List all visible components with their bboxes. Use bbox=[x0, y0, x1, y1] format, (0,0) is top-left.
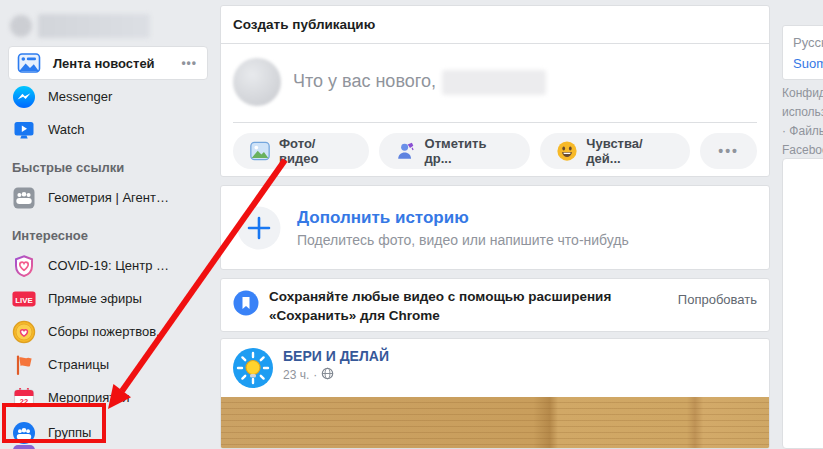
news-feed-icon bbox=[17, 51, 41, 75]
add-story-card[interactable]: Дополнить историю Поделитесь фото, видео… bbox=[220, 185, 770, 270]
photo-video-icon bbox=[249, 140, 271, 162]
language-current: Русский bbox=[793, 35, 823, 50]
photo-video-button[interactable]: Фото/видео bbox=[233, 133, 369, 169]
button-label: Чувства/дей... bbox=[586, 136, 674, 166]
feeling-activity-button[interactable]: Чувства/дей... bbox=[540, 133, 690, 169]
composer-input[interactable]: Что у вас нового, bbox=[293, 70, 546, 95]
watch-icon bbox=[12, 118, 36, 142]
sidebar-item-live-videos[interactable]: LIVE Прямые эфиры bbox=[0, 282, 214, 315]
create-post-title: Создать публикацию bbox=[221, 6, 769, 44]
add-story-subtitle: Поделитесь фото, видео или напишите что-… bbox=[297, 232, 629, 248]
button-label: Фото/видео bbox=[279, 136, 353, 166]
sidebar-item-pages[interactable]: Страницы bbox=[0, 348, 214, 381]
sidebar-item-messenger[interactable]: Messenger bbox=[0, 80, 214, 113]
composer-placeholder: Что у вас нового, bbox=[293, 71, 436, 91]
sidebar-item-label: Прямые эфиры bbox=[48, 291, 142, 306]
svg-text:LIVE: LIVE bbox=[15, 295, 32, 304]
footer-link[interactable]: Конфиденциальность bbox=[782, 84, 823, 103]
footer-link[interactable]: · Файлы cookie bbox=[782, 122, 823, 141]
pages-flag-icon bbox=[12, 353, 36, 377]
footer-link[interactable]: использования bbox=[782, 103, 823, 122]
profile-shortcut[interactable] bbox=[0, 6, 214, 46]
news-feed-options-icon[interactable]: ••• bbox=[181, 56, 197, 70]
tag-friends-icon bbox=[395, 140, 417, 162]
sidebar-item-fundraisers[interactable]: Сборы пожертвов.. bbox=[0, 315, 214, 348]
sidebar-item-news-feed[interactable]: Лента новостей ••• bbox=[8, 46, 208, 80]
group-shortcut-icon bbox=[12, 186, 36, 210]
sidebar-item-label: Messenger bbox=[48, 89, 112, 104]
sidebar-item-label: Watch bbox=[48, 122, 84, 137]
sidebar-item-label: Лента новостей bbox=[53, 56, 155, 71]
ellipsis-icon: ••• bbox=[718, 143, 739, 159]
explore-header: Интересное bbox=[0, 214, 214, 249]
sidebar-item-watch[interactable]: Watch bbox=[0, 113, 214, 146]
add-story-link[interactable]: Дополнить историю bbox=[297, 208, 629, 228]
profile-avatar-blurred bbox=[10, 15, 32, 37]
svg-text:22: 22 bbox=[20, 397, 28, 406]
sidebar-item-label: Мероприятия bbox=[48, 390, 130, 405]
feed-post-card: БЕРИ И ДЕЛАЙ 23 ч. · bbox=[220, 338, 770, 449]
more-options-button[interactable]: ••• bbox=[700, 133, 757, 169]
groups-icon bbox=[12, 421, 36, 445]
fundraiser-coin-icon bbox=[12, 320, 36, 344]
composer-avatar bbox=[233, 58, 281, 106]
post-timestamp[interactable]: 23 ч. bbox=[283, 368, 309, 382]
events-calendar-icon: 22 bbox=[12, 386, 36, 410]
create-post-card: Создать публикацию Что у вас нового, Фот… bbox=[220, 5, 770, 177]
page-avatar-bulb-icon[interactable] bbox=[233, 348, 273, 388]
extension-banner-card: Сохраняйте любые видео с помощью расшире… bbox=[220, 278, 770, 332]
button-label: Отметить др... bbox=[425, 136, 515, 166]
footer-links: Конфиденциальность использования · Файлы… bbox=[782, 84, 823, 160]
bookmark-icon bbox=[233, 290, 259, 316]
banner-text: Сохраняйте любые видео с помощью расшире… bbox=[269, 288, 669, 322]
globe-privacy-icon bbox=[321, 367, 334, 383]
sidebar-item-label: Страницы bbox=[48, 357, 109, 372]
tag-friends-button[interactable]: Отметить др... bbox=[379, 133, 531, 169]
post-image-wood[interactable] bbox=[221, 397, 769, 449]
sidebar-item-label: Группы bbox=[48, 425, 91, 440]
messenger-icon bbox=[12, 85, 36, 109]
language-selector-card: Русский Suomi bbox=[782, 25, 823, 80]
sidebar-item-covid[interactable]: COVID-19: Центр … bbox=[0, 249, 214, 282]
sidebar-item-label: COVID-19: Центр … bbox=[48, 258, 169, 273]
sidebar-item-events[interactable]: 22 Мероприятия bbox=[0, 381, 214, 414]
plus-icon bbox=[237, 206, 281, 250]
sidebar-item-label: Геометрия | Агент… bbox=[48, 190, 169, 205]
sidebar-item-groups[interactable]: Группы bbox=[0, 416, 214, 449]
post-page-name[interactable]: БЕРИ И ДЕЛАЙ bbox=[283, 348, 389, 364]
meta-separator: · bbox=[313, 368, 317, 382]
live-badge-icon: LIVE bbox=[12, 287, 36, 311]
left-sidebar: Лента новостей ••• Messenger Watch Быстр… bbox=[0, 0, 214, 449]
profile-name-blurred bbox=[38, 14, 150, 38]
sidebar-item-partial-icon bbox=[13, 445, 35, 449]
composer-name-blurred bbox=[442, 70, 546, 95]
feeling-smiley-icon bbox=[556, 140, 578, 162]
right-rail-card bbox=[782, 158, 823, 449]
quick-links-header: Быстрые ссылки bbox=[0, 146, 214, 181]
banner-try-link[interactable]: Попробовать bbox=[678, 292, 757, 322]
sidebar-item-label: Сборы пожертвов.. bbox=[48, 324, 163, 339]
covid-shield-icon bbox=[12, 254, 36, 278]
language-suggested-link[interactable]: Suomi bbox=[793, 56, 823, 71]
sidebar-item-geometry-group[interactable]: Геометрия | Агент… bbox=[0, 181, 214, 214]
